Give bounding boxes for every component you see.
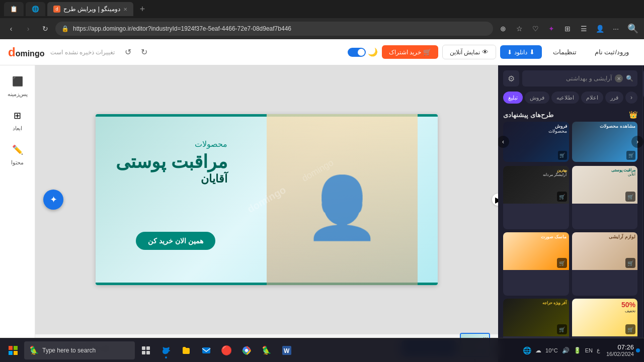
svg-rect-14 [9,346,13,350]
design-canvas[interactable]: 👤 محصولات مراقبت پوستی آقایان همین الان … [96,114,438,285]
left-sidebar: ⬛ پس‌زمینه ⊞ ابعاد ✏️ محتوا [0,65,35,362]
tpl-text-9: تخفیف [574,309,636,313]
content-label: محتوا [11,159,24,166]
filter-icon: ⚙ [508,74,515,83]
search-box[interactable]: آرایشی و بهداشتی ✕ 🔍 [522,70,637,86]
featured-card-1[interactable]: فروش محصولات 🛒 [503,122,569,162]
template-card-2[interactable]: مراقبت پوستی آنلاین 🛒 [572,166,638,229]
cat-btn-4[interactable]: اعلام [581,92,603,104]
start-menu-btn[interactable] [4,341,22,359]
cat-nav-left-btn[interactable]: ‹ [625,92,637,104]
main-content: ⬛ پس‌زمینه ⊞ ابعاد ✏️ محتوا ✦ [0,65,644,362]
nav-forward-btn[interactable]: › [21,22,35,36]
parrot-taskbar[interactable]: 🦜 [258,341,276,359]
featured-next-btn[interactable]: › [631,136,643,148]
featured-text-md-1: محصولات [505,129,567,134]
search-filter-btn[interactable]: ⚙ [503,70,519,86]
system-clock[interactable]: 07:26 16/02/2024 [606,343,634,357]
tab-close-btn[interactable]: ✕ [123,7,127,12]
browser-collections-btn[interactable]: ☰ [577,22,591,36]
featured-text-sm-2: مشاهده محصولات [574,124,636,129]
nav-refresh-btn[interactable]: ↻ [38,22,52,36]
template-card-1[interactable]: بهترین آرایشگر مردانه 🛒 [503,166,569,229]
content-icon: ✏️ [10,142,26,158]
login-btn[interactable]: ورود/ثبت نام [588,45,636,59]
canvas-wrapper[interactable]: ✦ 👤 محصولات [35,65,498,334]
tpl-text-6: لوازم آرایشی [574,234,636,239]
tpl-text-2: آرایشگر مردانه [505,172,567,177]
undo-btn[interactable]: ↺ [121,45,135,59]
browser-copilot-btn[interactable]: ✦ [544,22,558,36]
template-cart-3: 🛒 [557,258,567,268]
domingo-logo: domingo [8,45,44,59]
lock-icon: 🔒 [61,25,69,32]
featured-card-1-text: فروش محصولات [505,124,567,134]
tpl-text-7: آفر ویژه حراجه [505,301,567,305]
cat-btn-5[interactable]: قرر [605,92,623,104]
person-silhouette: 👤 [267,114,418,285]
dark-mode-toggle[interactable]: 🌙 [348,47,378,57]
ai-assistant-btn[interactable]: ✦ [43,190,63,210]
right-panel: ⚙ آرایشی و بهداشتی ✕ 🔍 ‹ قرر اعلام اطلاع… [498,65,644,362]
toggle-track[interactable] [348,48,366,57]
browser-search-btn[interactable]: 🔍 [626,22,640,36]
tab-new-2[interactable]: 🌐 [26,2,45,16]
svg-rect-19 [146,346,150,350]
search-icon: 🔍 [626,75,633,82]
template-img-1: بهترین آرایشگر مردانه 🛒 [503,166,569,204]
word-taskbar[interactable]: W [278,341,296,359]
edge-browser-taskbar[interactable] [157,341,175,359]
featured-card-2[interactable]: مشاهده محصولات 🛒 [572,122,638,162]
canvas-text-area[interactable]: محصولات مراقبت پوستی آقایان [116,139,227,186]
canvas-background: 👤 محصولات مراقبت پوستی آقایان همین الان … [96,114,438,285]
canvas-title-small: محصولات [116,139,227,149]
task-view-btn[interactable] [137,341,155,359]
cta-text: همین الان خرید کن [148,237,203,245]
browser-more-btn[interactable]: ··· [609,22,623,36]
clock-time: 07:26 [606,343,634,351]
cat-btn-2[interactable]: فروش [525,92,549,104]
address-bar[interactable]: 🔒 https://app.domingo.ir/editor?industry… [55,22,493,36]
sidebar-tool-content[interactable]: ✏️ محتوا [3,138,33,170]
subscribe-btn[interactable]: 🛒 خرید اشتراک [382,45,438,59]
mail-taskbar[interactable] [197,341,215,359]
browser-tab-groups-btn[interactable]: ⊞ [560,22,575,36]
taskbar-search-box[interactable]: 🦜 Type here to search [24,341,135,359]
download-btn[interactable]: ⬇ دانلود ⬇ [500,45,541,59]
tab-domingo[interactable]: d دومینگو | ویرایش طرح ✕ [47,2,133,16]
preview-btn[interactable]: 👁 نمایش آنلاین [442,45,496,59]
background-icon: ⬛ [10,73,26,89]
chrome-taskbar[interactable] [237,341,256,359]
cat-btn-3[interactable]: اطلاعیه [551,92,579,104]
browser-profile-btn[interactable]: 👤 [593,22,607,36]
panel-section-title: 👑 طرح‌های پیشنهادی [498,108,642,122]
browser-favorite-btn[interactable]: ☆ [512,22,526,36]
template-card-4[interactable]: لوازم آرایشی 🛒 [572,232,638,296]
svg-rect-22 [202,347,210,353]
browser-extensions-btn[interactable]: ⊕ [496,22,510,36]
canvas-cta-button[interactable]: همین الان خرید کن [136,232,215,250]
browser-star-btn[interactable]: ♡ [528,22,542,36]
sidebar-tool-background[interactable]: ⬛ پس‌زمینه [3,69,33,102]
new-tab-btn[interactable]: + [135,2,149,16]
cat-btn-1[interactable]: تبلیغ [503,92,523,104]
battery-icon[interactable]: 🔋 [574,347,581,354]
settings-btn[interactable]: تنظیمات [546,45,584,59]
tab-new-1[interactable]: 📋 [4,2,24,16]
toggle-thumb [358,49,365,56]
featured-templates-row: ‹ فروش محصولات 🛒 مشاهده محصولات [503,122,637,162]
template-card-3[interactable]: ماسک صورت 🛒 [503,232,569,296]
sidebar-tool-dimensions[interactable]: ⊞ ابعاد [3,104,33,136]
notification-indicator[interactable] [636,348,640,352]
red-app-taskbar[interactable]: 🔴 [217,341,235,359]
volume-icon[interactable]: 🔊 [562,347,570,354]
canvas-expand-btn[interactable]: ▶ [492,194,498,206]
network-icon[interactable]: 🌐 [523,346,531,354]
search-clear-btn[interactable]: ✕ [615,74,623,82]
redo-btn[interactable]: ↻ [137,45,151,59]
cart-icon: 🛒 [423,48,431,56]
nav-back-btn[interactable]: ‹ [4,22,18,36]
file-explorer-taskbar[interactable] [177,341,195,359]
person-emoji: 👤 [304,177,380,237]
template-img-6: 50% تخفیف 🛒 [572,299,638,336]
